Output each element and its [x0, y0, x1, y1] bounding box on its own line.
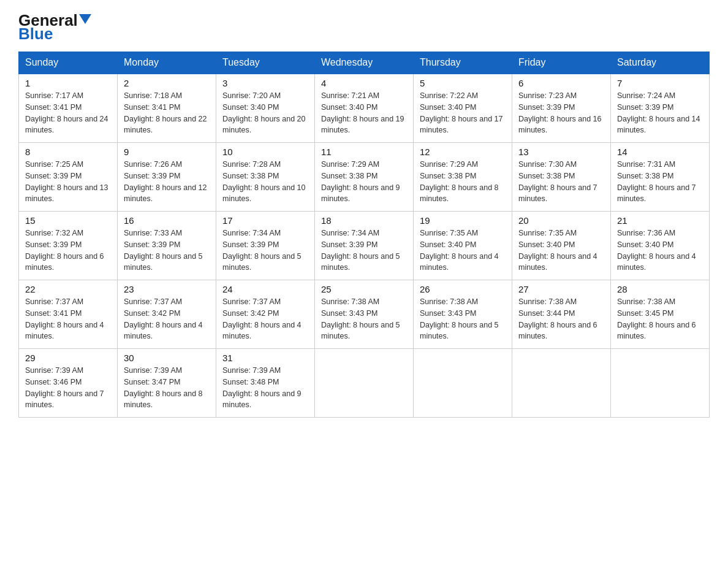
logo-triangle-icon [79, 14, 91, 24]
day-info: Sunrise: 7:39 AMSunset: 3:47 PMDaylight:… [124, 365, 210, 411]
day-number: 16 [124, 215, 210, 226]
logo: General Blue [18, 12, 91, 42]
day-info: Sunrise: 7:39 AMSunset: 3:48 PMDaylight:… [222, 365, 308, 411]
day-info: Sunrise: 7:22 AMSunset: 3:40 PMDaylight:… [420, 90, 506, 136]
day-info: Sunrise: 7:38 AMSunset: 3:45 PMDaylight:… [617, 296, 703, 342]
day-info: Sunrise: 7:38 AMSunset: 3:44 PMDaylight:… [518, 296, 604, 342]
calendar-cell: 8 Sunrise: 7:25 AMSunset: 3:39 PMDayligh… [19, 143, 118, 212]
calendar-cell [611, 349, 710, 418]
day-number: 24 [222, 284, 308, 294]
day-info: Sunrise: 7:32 AMSunset: 3:39 PMDaylight:… [25, 228, 111, 274]
calendar-week-row: 29 Sunrise: 7:39 AMSunset: 3:46 PMDaylig… [19, 349, 710, 418]
day-number: 9 [124, 147, 210, 157]
day-info: Sunrise: 7:18 AMSunset: 3:41 PMDaylight:… [124, 90, 210, 136]
day-info: Sunrise: 7:34 AMSunset: 3:39 PMDaylight:… [321, 228, 407, 274]
day-info: Sunrise: 7:23 AMSunset: 3:39 PMDaylight:… [518, 90, 604, 136]
calendar-cell: 16 Sunrise: 7:33 AMSunset: 3:39 PMDaylig… [118, 212, 216, 280]
col-header-sunday: Sunday [19, 52, 118, 74]
calendar-cell: 27 Sunrise: 7:38 AMSunset: 3:44 PMDaylig… [512, 280, 611, 349]
day-number: 20 [518, 215, 604, 226]
calendar-cell: 14 Sunrise: 7:31 AMSunset: 3:38 PMDaylig… [611, 143, 710, 212]
day-number: 18 [321, 215, 407, 226]
day-number: 27 [518, 284, 604, 294]
calendar-cell: 20 Sunrise: 7:35 AMSunset: 3:40 PMDaylig… [512, 212, 611, 280]
calendar-cell: 11 Sunrise: 7:29 AMSunset: 3:38 PMDaylig… [315, 143, 414, 212]
day-info: Sunrise: 7:26 AMSunset: 3:39 PMDaylight:… [124, 159, 210, 205]
calendar-week-row: 15 Sunrise: 7:32 AMSunset: 3:39 PMDaylig… [19, 212, 710, 280]
day-info: Sunrise: 7:34 AMSunset: 3:39 PMDaylight:… [222, 228, 308, 274]
calendar-week-row: 22 Sunrise: 7:37 AMSunset: 3:41 PMDaylig… [19, 280, 710, 349]
day-number: 30 [124, 353, 210, 363]
calendar-cell: 1 Sunrise: 7:17 AMSunset: 3:41 PMDayligh… [19, 74, 118, 143]
calendar-cell [414, 349, 512, 418]
day-info: Sunrise: 7:30 AMSunset: 3:38 PMDaylight:… [518, 159, 604, 205]
day-info: Sunrise: 7:38 AMSunset: 3:43 PMDaylight:… [420, 296, 506, 342]
calendar-cell: 17 Sunrise: 7:34 AMSunset: 3:39 PMDaylig… [216, 212, 315, 280]
day-number: 8 [25, 147, 111, 157]
calendar-cell: 15 Sunrise: 7:32 AMSunset: 3:39 PMDaylig… [19, 212, 118, 280]
calendar-cell: 6 Sunrise: 7:23 AMSunset: 3:39 PMDayligh… [512, 74, 611, 143]
calendar-week-row: 1 Sunrise: 7:17 AMSunset: 3:41 PMDayligh… [19, 74, 710, 143]
day-number: 29 [25, 353, 111, 363]
day-number: 5 [420, 78, 506, 88]
day-number: 6 [518, 78, 604, 88]
day-info: Sunrise: 7:21 AMSunset: 3:40 PMDaylight:… [321, 90, 407, 136]
day-info: Sunrise: 7:24 AMSunset: 3:39 PMDaylight:… [617, 90, 703, 136]
calendar-cell: 22 Sunrise: 7:37 AMSunset: 3:41 PMDaylig… [19, 280, 118, 349]
calendar-header-row: SundayMondayTuesdayWednesdayThursdayFrid… [19, 52, 710, 74]
day-number: 4 [321, 78, 407, 88]
day-info: Sunrise: 7:37 AMSunset: 3:41 PMDaylight:… [25, 296, 111, 342]
col-header-tuesday: Tuesday [216, 52, 315, 74]
calendar-cell [315, 349, 414, 418]
day-number: 13 [518, 147, 604, 157]
calendar-week-row: 8 Sunrise: 7:25 AMSunset: 3:39 PMDayligh… [19, 143, 710, 212]
day-number: 15 [25, 215, 111, 226]
page-header: General Blue [18, 12, 710, 42]
calendar-cell: 30 Sunrise: 7:39 AMSunset: 3:47 PMDaylig… [118, 349, 216, 418]
day-number: 11 [321, 147, 407, 157]
day-info: Sunrise: 7:33 AMSunset: 3:39 PMDaylight:… [124, 228, 210, 274]
day-number: 17 [222, 215, 308, 226]
day-number: 1 [25, 78, 111, 88]
day-info: Sunrise: 7:38 AMSunset: 3:43 PMDaylight:… [321, 296, 407, 342]
day-number: 25 [321, 284, 407, 294]
calendar-cell: 9 Sunrise: 7:26 AMSunset: 3:39 PMDayligh… [118, 143, 216, 212]
calendar-cell: 19 Sunrise: 7:35 AMSunset: 3:40 PMDaylig… [414, 212, 512, 280]
col-header-wednesday: Wednesday [315, 52, 414, 74]
calendar-cell: 25 Sunrise: 7:38 AMSunset: 3:43 PMDaylig… [315, 280, 414, 349]
day-number: 21 [617, 215, 703, 226]
day-number: 3 [222, 78, 308, 88]
col-header-friday: Friday [512, 52, 611, 74]
calendar-cell: 23 Sunrise: 7:37 AMSunset: 3:42 PMDaylig… [118, 280, 216, 349]
day-number: 19 [420, 215, 506, 226]
day-number: 26 [420, 284, 506, 294]
calendar-cell: 31 Sunrise: 7:39 AMSunset: 3:48 PMDaylig… [216, 349, 315, 418]
calendar-cell: 2 Sunrise: 7:18 AMSunset: 3:41 PMDayligh… [118, 74, 216, 143]
day-number: 23 [124, 284, 210, 294]
calendar-cell: 29 Sunrise: 7:39 AMSunset: 3:46 PMDaylig… [19, 349, 118, 418]
day-info: Sunrise: 7:35 AMSunset: 3:40 PMDaylight:… [518, 228, 604, 274]
col-header-saturday: Saturday [611, 52, 710, 74]
day-number: 28 [617, 284, 703, 294]
day-info: Sunrise: 7:17 AMSunset: 3:41 PMDaylight:… [25, 90, 111, 136]
day-number: 7 [617, 78, 703, 88]
calendar-cell: 10 Sunrise: 7:28 AMSunset: 3:38 PMDaylig… [216, 143, 315, 212]
calendar-cell: 18 Sunrise: 7:34 AMSunset: 3:39 PMDaylig… [315, 212, 414, 280]
day-info: Sunrise: 7:36 AMSunset: 3:40 PMDaylight:… [617, 228, 703, 274]
day-info: Sunrise: 7:31 AMSunset: 3:38 PMDaylight:… [617, 159, 703, 205]
day-info: Sunrise: 7:25 AMSunset: 3:39 PMDaylight:… [25, 159, 111, 205]
calendar-table: SundayMondayTuesdayWednesdayThursdayFrid… [18, 52, 710, 418]
day-info: Sunrise: 7:29 AMSunset: 3:38 PMDaylight:… [321, 159, 407, 205]
calendar-cell: 26 Sunrise: 7:38 AMSunset: 3:43 PMDaylig… [414, 280, 512, 349]
day-info: Sunrise: 7:35 AMSunset: 3:40 PMDaylight:… [420, 228, 506, 274]
day-info: Sunrise: 7:39 AMSunset: 3:46 PMDaylight:… [25, 365, 111, 411]
calendar-cell: 4 Sunrise: 7:21 AMSunset: 3:40 PMDayligh… [315, 74, 414, 143]
calendar-cell: 3 Sunrise: 7:20 AMSunset: 3:40 PMDayligh… [216, 74, 315, 143]
day-info: Sunrise: 7:28 AMSunset: 3:38 PMDaylight:… [222, 159, 308, 205]
day-number: 14 [617, 147, 703, 157]
calendar-cell: 28 Sunrise: 7:38 AMSunset: 3:45 PMDaylig… [611, 280, 710, 349]
calendar-cell: 13 Sunrise: 7:30 AMSunset: 3:38 PMDaylig… [512, 143, 611, 212]
col-header-thursday: Thursday [414, 52, 512, 74]
day-number: 10 [222, 147, 308, 157]
day-number: 22 [25, 284, 111, 294]
